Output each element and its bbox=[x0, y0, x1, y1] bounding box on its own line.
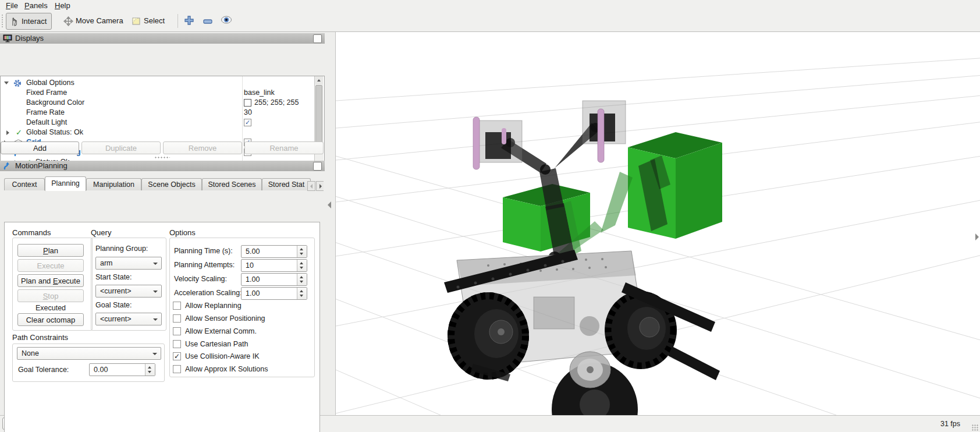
move-camera-tool-button[interactable]: Move Camera bbox=[61, 13, 128, 29]
displays-panel-titlebar[interactable]: Displays bbox=[0, 33, 325, 44]
planning-time-label: Planning Time (s): bbox=[174, 247, 233, 255]
remove-tool-button[interactable] bbox=[202, 17, 214, 24]
spin-up-icon[interactable] bbox=[148, 366, 151, 369]
allow-external-comm-checkbox[interactable] bbox=[173, 327, 181, 335]
gear-icon bbox=[13, 79, 22, 87]
green-box-right[interactable] bbox=[628, 132, 722, 239]
tree-label-global-options: Global Options bbox=[26, 78, 74, 88]
tab-scroll-left-button[interactable] bbox=[307, 181, 315, 191]
interact-tool-button[interactable]: Interact bbox=[6, 13, 52, 30]
interact-tool-label: Interact bbox=[22, 17, 47, 26]
robot-rover[interactable] bbox=[444, 250, 720, 415]
plan-and-execute-button[interactable]: Plan and Execute bbox=[17, 274, 84, 287]
menu-file[interactable]: File bbox=[3, 1, 20, 10]
tab-context[interactable]: Context bbox=[4, 178, 45, 190]
plan-and-execute-rest: xecute bbox=[58, 277, 80, 285]
goal-state-select[interactable]: <current> bbox=[95, 313, 162, 325]
color-swatch[interactable] bbox=[244, 99, 251, 107]
left-panel-column: Displays Global Options Fixed Frame base… bbox=[0, 32, 325, 410]
tab-scroll-right-button[interactable] bbox=[316, 181, 324, 191]
default-light-checkbox[interactable] bbox=[244, 119, 251, 126]
rename-display-button[interactable]: Rename bbox=[244, 141, 324, 154]
spin-up-icon[interactable] bbox=[300, 248, 303, 250]
expander-right-icon[interactable] bbox=[6, 130, 9, 135]
tool-bar: Interact Move Camera Select bbox=[0, 11, 980, 32]
allow-replanning-checkbox[interactable] bbox=[173, 302, 181, 310]
tree-row-fixed-frame[interactable]: Fixed Frame base_link bbox=[1, 88, 315, 98]
displays-float-button[interactable] bbox=[313, 34, 322, 43]
acceleration-scaling-value: 1.00 bbox=[246, 289, 260, 298]
tree-row-frame-rate[interactable]: Frame Rate 30 bbox=[1, 108, 315, 118]
execute-button[interactable]: Execute bbox=[17, 259, 84, 272]
menu-file-mnemonic: F bbox=[6, 1, 10, 10]
duplicate-display-button[interactable]: Duplicate bbox=[81, 141, 161, 154]
chevron-down-icon bbox=[153, 263, 158, 265]
tree-row-default-light[interactable]: Default Light bbox=[1, 118, 315, 128]
splitter-collapse-left-arrow[interactable] bbox=[328, 201, 331, 208]
clear-octomap-button[interactable]: Clear octomap bbox=[17, 313, 84, 326]
planning-attempts-label: Planning Attempts: bbox=[174, 261, 235, 269]
tree-value-frame-rate[interactable]: 30 bbox=[244, 108, 252, 118]
planning-group-value: arm bbox=[100, 259, 113, 267]
chevron-down-icon bbox=[152, 353, 157, 355]
planning-time-spinbox[interactable]: 5.00 bbox=[241, 245, 307, 258]
options-heading: Options bbox=[169, 228, 196, 237]
spin-down-icon[interactable] bbox=[300, 267, 303, 269]
spin-down-icon[interactable] bbox=[148, 371, 151, 373]
plus-icon bbox=[183, 15, 195, 26]
motionplanning-panel-titlebar[interactable]: MotionPlanning bbox=[0, 161, 325, 171]
stop-button-label: top bbox=[48, 292, 58, 300]
tree-row-background-color[interactable]: Background Color 255; 255; 255 bbox=[1, 98, 315, 108]
allow-approx-ik-checkbox[interactable] bbox=[173, 365, 181, 373]
splitter-collapse-right-arrow[interactable] bbox=[975, 233, 979, 240]
spin-up-icon[interactable] bbox=[300, 290, 303, 292]
use-collision-aware-ik-checkbox[interactable] bbox=[173, 352, 181, 360]
spin-down-icon[interactable] bbox=[300, 253, 303, 255]
tree-value-background-color[interactable]: 255; 255; 255 bbox=[254, 98, 299, 108]
stop-button[interactable]: Stop bbox=[17, 289, 84, 302]
expander-down-icon[interactable] bbox=[4, 82, 9, 84]
spin-down-icon[interactable] bbox=[300, 295, 303, 297]
menu-file-label: ile bbox=[10, 1, 18, 10]
tab-scene-objects[interactable]: Scene Objects bbox=[141, 178, 202, 190]
add-display-button[interactable]: Add bbox=[1, 141, 79, 154]
add-tool-button[interactable] bbox=[183, 15, 195, 26]
tree-value-fixed-frame[interactable]: base_link bbox=[244, 88, 275, 98]
menu-panels[interactable]: Panels bbox=[22, 1, 50, 10]
scroll-up-button[interactable] bbox=[315, 76, 323, 84]
planning-group-select[interactable]: arm bbox=[95, 257, 162, 270]
remove-display-button[interactable]: Remove bbox=[163, 141, 242, 154]
plan-button[interactable]: Plan bbox=[17, 244, 84, 257]
tab-planning[interactable]: Planning bbox=[45, 176, 86, 191]
acceleration-scaling-spinbox[interactable]: 1.00 bbox=[241, 287, 307, 300]
tree-row-global-status[interactable]: ✓ Global Status: Ok bbox=[1, 128, 315, 137]
use-cartesian-path-label: Use Cartesian Path bbox=[185, 340, 248, 348]
velocity-scaling-spinbox[interactable]: 1.00 bbox=[241, 273, 307, 286]
path-constraints-select[interactable]: None bbox=[17, 347, 161, 360]
focus-camera-tool-button[interactable] bbox=[221, 15, 232, 24]
render-viewport-3d[interactable] bbox=[335, 32, 980, 415]
select-tool-button[interactable]: Select bbox=[129, 13, 169, 29]
use-cartesian-path-checkbox[interactable] bbox=[173, 340, 181, 348]
lower-right-beam bbox=[668, 346, 720, 380]
tree-label-frame-rate: Frame Rate bbox=[26, 108, 65, 118]
panel-splitter-handle[interactable] bbox=[155, 157, 170, 159]
menu-help[interactable]: Help bbox=[52, 1, 73, 10]
spin-up-icon[interactable] bbox=[300, 276, 303, 278]
tab-stored-states[interactable]: Stored Stat bbox=[262, 178, 311, 190]
allow-sensor-positioning-checkbox[interactable] bbox=[173, 314, 181, 323]
tab-manipulation[interactable]: Manipulation bbox=[86, 178, 141, 190]
status-ok-check-icon: ✓ bbox=[16, 128, 24, 136]
tab-stored-scenes[interactable]: Stored Scenes bbox=[202, 178, 262, 190]
start-state-select[interactable]: <current> bbox=[95, 285, 162, 298]
spin-down-icon[interactable] bbox=[300, 281, 303, 283]
tree-row-global-options[interactable]: Global Options bbox=[1, 78, 315, 88]
motionplanning-float-button[interactable] bbox=[313, 162, 322, 171]
size-grip[interactable] bbox=[972, 424, 979, 431]
goal-tolerance-spinbox[interactable]: 0.00 bbox=[89, 363, 155, 376]
displays-scrollbar[interactable] bbox=[314, 76, 324, 170]
spin-up-icon[interactable] bbox=[300, 262, 303, 264]
toolbar-drag-handle[interactable] bbox=[1, 14, 4, 28]
start-state-label: Start State: bbox=[95, 273, 132, 281]
planning-attempts-spinbox[interactable]: 10 bbox=[241, 259, 307, 272]
